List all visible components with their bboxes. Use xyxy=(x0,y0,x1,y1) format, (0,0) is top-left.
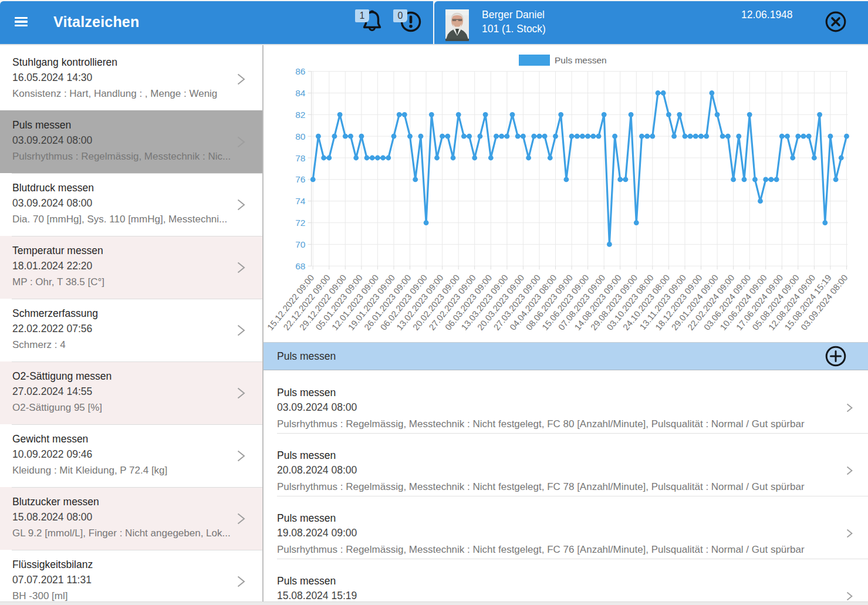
svg-text:72: 72 xyxy=(295,218,305,228)
svg-text:74: 74 xyxy=(295,196,306,206)
svg-text:76: 76 xyxy=(295,174,305,184)
svg-text:78: 78 xyxy=(295,153,305,163)
svg-text:Puls messen: Puls messen xyxy=(555,55,607,65)
svg-text:84: 84 xyxy=(295,88,306,98)
svg-text:80: 80 xyxy=(295,131,306,141)
svg-text:70: 70 xyxy=(295,239,306,249)
svg-text:68: 68 xyxy=(295,261,305,271)
svg-text:86: 86 xyxy=(295,66,305,76)
svg-text:82: 82 xyxy=(295,110,305,120)
